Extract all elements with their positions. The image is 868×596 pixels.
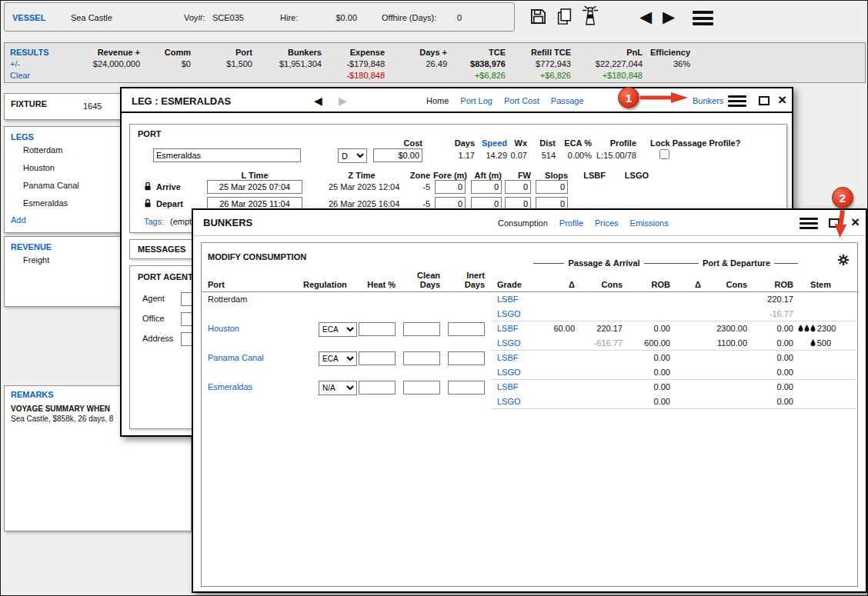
leg-window-titlebar[interactable]: LEG : ESMERALDAS ◀ ▶ HomePort LogPort Co… [122,88,792,113]
bunkers-window-titlebar[interactable]: BUNKERS ConsumptionProfilePricesEmission… [193,210,866,236]
annotation-1-arrow-icon [640,92,689,105]
tab-emissions[interactable]: Emissions [630,218,669,228]
tab-port-log[interactable]: Port Log [460,96,492,105]
grade-label-lsbf[interactable]: LSBF [491,321,533,336]
port-agent-title: PORT AGENT [138,272,193,281]
grade-label-lsbf[interactable]: LSBF [491,292,533,307]
arrive-fw-input[interactable] [505,180,531,194]
grade-label-lsgo[interactable]: LSGO [491,336,533,351]
arrive-ltime-input[interactable] [207,180,302,194]
cell-pd-delta [675,336,706,351]
port-type-select[interactable]: D [338,148,367,163]
prev-leg-arrow-icon[interactable]: ◀ [314,95,322,107]
back-arrow-icon[interactable]: ◀ [639,8,652,26]
inert-days-cell [446,380,491,409]
bunkers-port-esmeraldas[interactable]: Esmeraldas [202,380,288,409]
arrive-zone-value: -5 [401,182,430,191]
clean-days-input[interactable] [403,381,440,395]
lsbf-header: LSBF [575,171,606,180]
results-value: 26.49 [388,58,447,70]
inert-days-input[interactable] [448,351,485,365]
tab-passage[interactable]: Passage [551,96,584,105]
heat-cell [357,351,402,380]
results-header: Refill TCE [509,47,571,58]
bunkers-tabs: ConsumptionProfilePricesEmissions [498,218,669,228]
stem-cell [798,292,859,307]
lighthouse-icon[interactable] [580,4,600,29]
results-plus-minus-link[interactable]: +/- [10,58,91,70]
clean-days-input[interactable] [403,322,440,336]
menu-icon[interactable] [693,11,713,25]
tab-bunkers[interactable]: Bunkers [693,96,723,105]
cost-header: Cost [384,138,422,148]
bunkers-close-icon[interactable]: × [851,214,860,231]
vessel-summary-box: VESSEL Sea Castle Voy#: SCE035 Hire: $0.… [4,2,515,32]
regulation-select[interactable]: ECA [319,351,357,366]
regulation-select[interactable]: N/A [319,381,357,395]
annotation-step-2: 2 [832,187,853,208]
leg-tabs: HomePort LogPort CostPassage [426,96,584,105]
arrive-aft-input[interactable] [471,180,502,194]
tab-profile[interactable]: Profile [559,218,583,228]
col-pd-cons: Cons [706,271,752,292]
port-name-input[interactable] [153,148,301,162]
heat-input[interactable] [359,351,396,365]
arrive-fore-input[interactable] [435,180,466,194]
results-label[interactable]: RESULTS [10,47,91,58]
cell-pd-cons: 2300.00 [706,321,752,336]
leg-menu-icon[interactable] [728,95,746,107]
cell-pd-delta [675,351,706,365]
grade-label-lsgo[interactable]: LSGO [491,307,533,321]
forward-arrow-icon[interactable]: ▶ [663,8,675,26]
hire-label: Hire: [280,13,298,22]
grade-label-lsbf[interactable]: LSBF [491,351,533,365]
bunkers-port-houston[interactable]: Houston [202,321,288,351]
droplet-icon [810,339,816,347]
arrive-slops-input[interactable] [536,180,568,194]
wx-value: 0.07 [498,151,527,160]
copy-icon[interactable] [556,8,573,27]
grade-label-lsgo[interactable]: LSGO [491,395,533,409]
port-panel-title: PORT [138,129,162,138]
cell-pa-rob [627,292,675,307]
droplet-icon [804,325,810,332]
results-value: $838,976 [450,58,506,70]
heat-input[interactable] [359,381,396,395]
tab-prices[interactable]: Prices [595,218,619,228]
results-clear-link[interactable]: Clear [10,70,91,82]
tab-home[interactable]: Home [426,96,449,105]
leg-close-icon[interactable]: × [778,92,786,108]
arrive-label: Arrive [156,182,181,191]
tab-consumption[interactable]: Consumption [498,218,548,228]
grade-label-lsbf[interactable]: LSBF [491,380,533,395]
results-value: $772,943 [509,58,571,70]
cost-input[interactable] [373,148,422,162]
results-column-days: Days +26.49 [388,47,450,82]
cell-pd-cons [706,351,752,365]
bunkers-menu-icon[interactable] [800,218,818,229]
tab-port-cost[interactable]: Port Cost [504,96,539,105]
cell-pa-rob: 0.00 [627,395,675,409]
clean-days-input[interactable] [403,351,440,365]
regulation-cell: N/A [288,380,357,409]
grade-label-lsgo[interactable]: LSGO [491,365,533,380]
inert-days-input[interactable] [448,381,485,395]
lock-passage-profile-checkbox[interactable] [659,149,669,159]
inert-days-input[interactable] [448,322,485,336]
depart-zone-value: -5 [401,199,430,208]
tags-label[interactable]: Tags: [144,217,164,226]
cell-pd-delta [675,395,706,409]
cell-pa-delta [533,351,579,365]
col-inert-days: Inert Days [446,271,491,292]
profile-header: Profile [596,138,636,148]
results-header: Comm [143,47,191,58]
results-bar: RESULTS +/- Clear Revenue +$24,000,000Co… [4,42,866,83]
save-icon[interactable] [529,8,547,27]
heat-input[interactable] [359,322,396,336]
clean-days-cell [402,351,446,380]
leg-maximize-icon[interactable] [759,96,770,105]
gear-icon[interactable] [837,254,850,268]
bunkers-port-panama-canal[interactable]: Panama Canal [202,351,288,380]
regulation-select[interactable]: ECA [319,322,357,337]
cell-pa-rob: 0.00 [627,321,675,336]
